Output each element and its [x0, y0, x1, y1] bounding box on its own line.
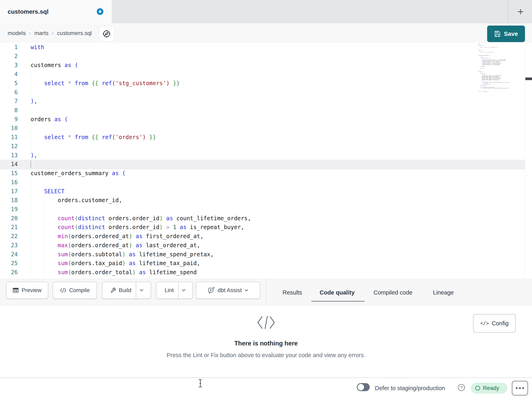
code-line[interactable]: 13), — [0, 151, 532, 160]
line-number: 16 — [0, 178, 18, 187]
dot-icon — [516, 387, 518, 389]
code-line[interactable]: 23 max(orders.ordered_at) as last_ordere… — [0, 241, 532, 250]
unsaved-changes-indicator — [97, 8, 103, 15]
save-button[interactable]: Save — [487, 26, 525, 42]
code-line[interactable]: 5 select * from {{ ref('stg_customers') … — [0, 79, 532, 88]
question-mark: ? — [460, 385, 462, 390]
line-number: 26 — [0, 268, 18, 277]
tab-results[interactable]: Results — [283, 279, 302, 306]
line-number: 12 — [0, 142, 18, 151]
code-line[interactable]: 1with — [0, 43, 532, 52]
line-number: 19 — [0, 205, 18, 214]
dbt-assist-button[interactable]: dbt Assist — [196, 282, 260, 299]
line-number: 25 — [0, 259, 18, 268]
compile-button[interactable]: Compile — [53, 282, 97, 299]
line-number: 4 — [0, 70, 18, 79]
line-number: 17 — [0, 187, 18, 196]
dbt-assist-label: dbt Assist — [218, 287, 242, 294]
save-disk-icon — [494, 30, 501, 37]
more-options-button[interactable] — [512, 381, 528, 395]
ide-status-badge[interactable]: Ready — [471, 383, 507, 394]
config-button[interactable]: </> Config — [473, 314, 516, 333]
line-number: 5 — [0, 79, 18, 88]
config-button-label: Config — [492, 320, 509, 327]
table-icon — [13, 287, 19, 293]
breadcrumb: models › marts › customers.sql — [8, 23, 92, 43]
line-number: 6 — [0, 88, 18, 97]
breadcrumb-item-file: customers.sql — [57, 30, 92, 36]
ide-window: customers.sql + models › marts › custome… — [0, 0, 532, 398]
tab-code-quality[interactable]: Code quality — [320, 279, 355, 306]
lint-split-button: Lint — [156, 282, 193, 299]
compass-icon — [102, 29, 111, 38]
code-line[interactable]: 22 min(orders.ordered_at) as first_order… — [0, 232, 532, 241]
line-number: 7 — [0, 97, 18, 106]
chevron-right-icon: › — [29, 30, 31, 36]
assist-chat-icon — [208, 287, 215, 294]
code-line[interactable]: 26 sum(orders.order_total) as lifetime_s… — [0, 268, 532, 277]
code-line[interactable]: 25 sum(orders.tax_paid) as lifetime_tax_… — [0, 259, 532, 268]
help-icon[interactable]: ? — [458, 384, 465, 391]
file-navigate-button[interactable] — [99, 26, 114, 41]
code-line[interactable]: 19 — [0, 205, 532, 214]
line-number: 8 — [0, 106, 18, 115]
code-line[interactable]: 3customers as ( — [0, 61, 532, 70]
line-number: 21 — [0, 223, 18, 232]
chevron-right-icon: › — [52, 30, 54, 36]
code-brackets-icon — [60, 288, 66, 293]
code-line[interactable]: 12 — [0, 142, 532, 151]
code-line[interactable]: 11 select * from {{ ref('orders') }} — [0, 133, 532, 142]
empty-state-code-icon — [257, 316, 276, 329]
lint-button[interactable]: Lint — [160, 282, 178, 299]
defer-toggle[interactable] — [357, 383, 370, 391]
tab-results-label: Results — [283, 289, 302, 296]
code-line[interactable]: 10 — [0, 124, 532, 133]
tab-bar-divider — [508, 0, 508, 23]
dot-icon — [522, 387, 524, 389]
breadcrumb-item-marts: marts — [34, 30, 49, 36]
code-line[interactable]: 21 count(distinct orders.order_id) > 1 a… — [0, 223, 532, 232]
build-dropdown-button[interactable] — [136, 282, 147, 299]
chevron-down-icon — [182, 289, 185, 292]
compile-button-label: Compile — [69, 287, 90, 294]
build-button[interactable]: Build — [106, 282, 136, 299]
code-line[interactable]: 2 — [0, 52, 532, 61]
code-line[interactable]: 7), — [0, 97, 532, 106]
toggle-knob — [358, 384, 364, 390]
code-line[interactable]: 4 — [0, 70, 532, 79]
file-tab-customers-sql[interactable]: customers.sql — [0, 0, 112, 23]
tab-compiled-code[interactable]: Compiled code — [374, 279, 412, 306]
lint-dropdown-button[interactable] — [179, 282, 189, 299]
code-line[interactable]: 16 — [0, 178, 532, 187]
code-line[interactable]: 18 orders.customer_id, — [0, 196, 532, 205]
defer-label: Defer to staging/production — [375, 378, 445, 398]
code-lines: 1with23customers as (45 select * from {{… — [0, 43, 532, 277]
code-brackets-icon: </> — [480, 320, 489, 326]
code-editor[interactable]: 1with23customers as (45 select * from {{… — [0, 43, 532, 279]
tab-lineage[interactable]: Lineage — [433, 279, 454, 306]
action-toolbar: Preview Compile Build Lint — [0, 279, 532, 306]
tab-bar: customers.sql + — [0, 0, 532, 23]
code-line[interactable]: 17 SELECT — [0, 187, 532, 196]
code-line[interactable]: 20 count(distinct orders.order_id) as co… — [0, 214, 532, 223]
build-split-button: Build — [102, 282, 151, 299]
chevron-down-icon — [140, 289, 143, 292]
wrench-icon — [110, 287, 116, 293]
preview-button[interactable]: Preview — [6, 282, 48, 299]
line-number: 14 — [0, 160, 18, 169]
minimap[interactable]: with customers as ( select * from {{ ref… — [478, 44, 510, 92]
chevron-down-icon — [245, 289, 248, 292]
status-bar: Defer to staging/production ? Ready — [0, 378, 532, 398]
file-subheader: models › marts › customers.sql Save — [0, 23, 532, 43]
new-tab-button[interactable]: + — [514, 5, 527, 18]
minimap-content: with customers as ( select * from {{ ref… — [478, 44, 510, 92]
line-number: 3 — [0, 61, 18, 70]
code-line[interactable]: 6 — [0, 88, 532, 97]
code-line[interactable]: 8 — [0, 106, 532, 115]
code-line[interactable]: 14 — [0, 160, 532, 169]
code-line[interactable]: 15customer_orders_summary as ( — [0, 169, 532, 178]
file-tab-title: customers.sql — [8, 8, 49, 15]
line-number: 15 — [0, 169, 18, 178]
code-line[interactable]: 24 sum(orders.subtotal) as lifetime_spen… — [0, 250, 532, 259]
code-line[interactable]: 9orders as ( — [0, 115, 532, 124]
